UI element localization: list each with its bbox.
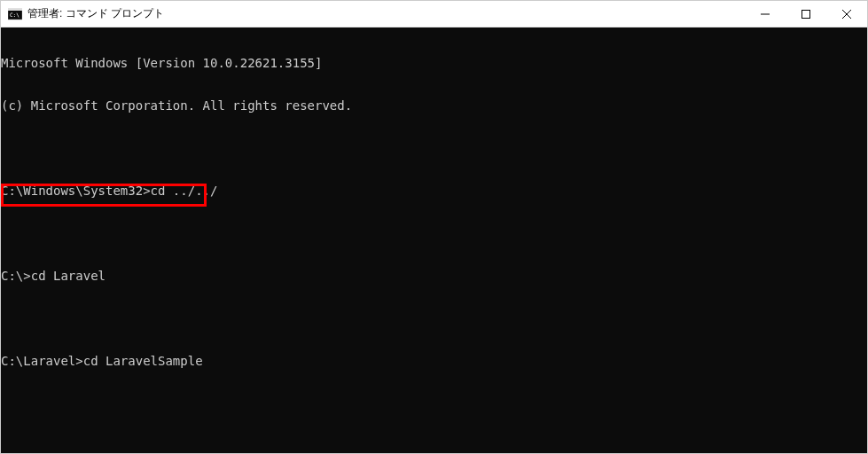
maximize-button[interactable]: [786, 1, 826, 27]
minimize-button[interactable]: [745, 1, 786, 27]
command-prompt-window: C:\ 管理者: コマンド プロンプト Microsoft Windows [V…: [0, 0, 868, 454]
svg-text:C:\: C:\: [10, 12, 20, 18]
terminal-line: [1, 439, 867, 453]
terminal-line: C:\>cd Laravel: [1, 269, 867, 283]
terminal-line: Microsoft Windows [Version 10.0.22621.31…: [1, 56, 867, 70]
terminal-line: [1, 141, 867, 155]
terminal-line: [1, 396, 867, 411]
cmd-icon: C:\: [8, 7, 22, 21]
terminal-line: (c) Microsoft Corporation. All rights re…: [1, 98, 867, 113]
title-left: C:\ 管理者: コマンド プロンプト: [8, 6, 164, 21]
window-controls: [745, 1, 867, 27]
titlebar: C:\ 管理者: コマンド プロンプト: [1, 1, 867, 27]
terminal-line: C:\Windows\System32>cd ../../: [1, 184, 867, 198]
close-button[interactable]: [826, 1, 867, 27]
terminal-line: [1, 311, 867, 325]
terminal-line: [1, 226, 867, 240]
terminal-line: C:\Laravel>cd LaravelSample: [1, 354, 867, 368]
svg-rect-4: [802, 10, 810, 18]
terminal-output[interactable]: Microsoft Windows [Version 10.0.22621.31…: [1, 27, 867, 453]
svg-rect-1: [8, 9, 22, 11]
window-title: 管理者: コマンド プロンプト: [27, 6, 164, 21]
